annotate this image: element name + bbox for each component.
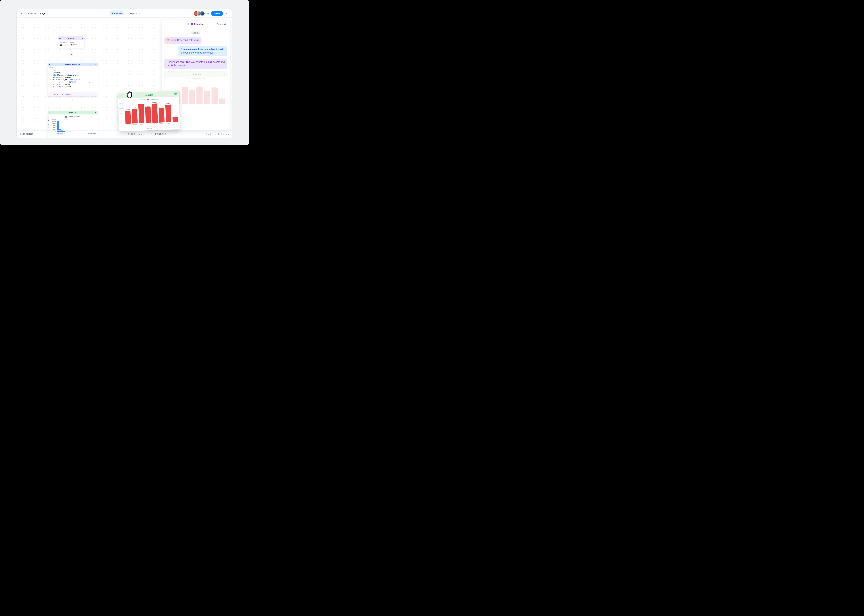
drag-handle-icon[interactable]: ⋮⋮ <box>120 95 124 96</box>
dots-horizontal-icon <box>145 133 147 135</box>
node-sql-title: custom_query_59 <box>50 63 95 66</box>
tab-reports-label: Reports <box>129 12 137 15</box>
node-chart-title: chart_38 <box>50 112 95 114</box>
bottom-bar: INSPECTOR 4.920 rows CONSOLE Last run Xh… <box>17 130 232 138</box>
node-chart-header: ▶ chart_38 ✕ <box>48 111 98 115</box>
svg-point-5 <box>227 13 227 14</box>
transform-title: transform <box>170 73 223 75</box>
svg-point-4 <box>226 13 227 14</box>
results-x-label: Auto_Title <box>119 127 180 130</box>
results-chart: Mode created_since 9,000,000 6,000,000 3… <box>118 96 180 131</box>
rows-label: ROWS <box>70 42 77 44</box>
rows-value: 467697 <box>70 44 77 46</box>
sql-editor[interactable]: 1SELECT 2 created_at, 3 COUNT(event_id) … <box>48 69 98 92</box>
svg-rect-8 <box>223 73 225 75</box>
node-events[interactable]: ▶ Events ✕ COLUMNS 10 ROWS 467697 <box>58 36 84 48</box>
ai-panel-header: AI Assistant New chat <box>162 20 230 28</box>
svg-rect-2 <box>127 14 127 14</box>
tab-canvas[interactable]: Canvas <box>110 11 124 16</box>
dots-horizontal-icon <box>226 12 229 15</box>
close-icon[interactable]: ✕ <box>82 38 83 39</box>
row-count: 4.920 rows <box>128 133 142 135</box>
drag-handle-icon[interactable]: ⋮⋮ <box>166 73 170 75</box>
play-icon[interactable]: ▶ <box>60 38 61 39</box>
tab-reports[interactable]: Reports <box>125 11 139 16</box>
node-sql-header: ▶ custom_query_59 ✕ <box>48 63 98 66</box>
date-badge: Dec 21 <box>191 31 200 35</box>
avatar-more-count: +4 <box>207 12 210 15</box>
share-button[interactable]: Share <box>211 11 223 16</box>
more-menu-button[interactable] <box>225 11 230 16</box>
avatar <box>200 11 205 16</box>
svg-rect-1 <box>128 13 128 13</box>
svg-point-6 <box>228 13 228 14</box>
add-node-button[interactable]: + <box>70 53 73 56</box>
last-run-time: Last run Xh Xm ago <box>207 133 229 135</box>
close-icon[interactable]: ✕ <box>95 112 96 114</box>
svg-point-10 <box>146 134 146 134</box>
node-events-header: ▶ Events ✕ <box>58 36 84 40</box>
node-custom-query[interactable]: ▶ custom_query_59 ✕ CODE 1SELECT 2 creat… <box>48 63 98 96</box>
ai-message: 👋 Hello! How can I help you? <box>164 37 202 44</box>
svg-point-9 <box>145 134 145 134</box>
breadcrumb-parent: Product <box>28 12 36 15</box>
sparkle-icon <box>187 23 189 25</box>
code-label: CODE <box>48 66 98 69</box>
table-icon[interactable] <box>174 93 177 95</box>
results-card[interactable]: ⋮⋮ results Mode created_since 9,000,000 … <box>118 91 180 131</box>
node-events-title: Events <box>61 38 82 39</box>
results-y-ticks: 9,000,000 6,000,000 3,000,000 0 <box>119 103 125 123</box>
add-node-button[interactable]: + <box>73 99 75 101</box>
collaborator-avatars[interactable] <box>195 11 205 16</box>
columns-label: COLUMNS <box>60 42 67 44</box>
arrow-left-icon <box>20 12 23 15</box>
results-bars: 5846913Evens6671933Edwono8963671Mariot71… <box>125 100 178 125</box>
legend-label: Number of Events <box>68 116 80 118</box>
breadcrumb[interactable]: Product / Usage <box>26 11 47 16</box>
svg-rect-3 <box>128 14 128 14</box>
chart-legend: Number of Events <box>49 116 96 118</box>
svg-rect-7 <box>175 93 177 95</box>
ai-panel-title: AI Assistant <box>187 23 204 25</box>
close-icon[interactable]: ✕ <box>95 63 96 66</box>
more-menu-button[interactable] <box>144 132 148 136</box>
play-icon <box>112 13 113 14</box>
grab-cursor-icon <box>125 90 135 100</box>
inspector-tab[interactable]: INSPECTOR 4.920 rows <box>17 132 151 136</box>
table-icon <box>223 73 225 75</box>
console-tab[interactable]: CONSOLE Last run Xh Xm ago <box>151 133 232 135</box>
svg-rect-0 <box>127 13 127 13</box>
new-chat-button[interactable]: New chat <box>215 22 228 27</box>
columns-value: 10 <box>60 44 67 46</box>
breadcrumb-sep: / <box>37 12 37 15</box>
console-label: CONSOLE <box>155 133 166 135</box>
inspector-label: INSPECTOR <box>20 133 34 135</box>
ai-command-input[interactable]: Type your AI commands here <box>48 92 98 96</box>
grid-icon <box>126 13 128 14</box>
user-message: Give me the evolution in the last 2 week… <box>178 46 227 56</box>
ai-message: Results are here! The total events is 2.… <box>164 59 227 69</box>
tab-canvas-label: Canvas <box>114 12 122 15</box>
y-axis-label: Number of Events <box>48 116 50 128</box>
top-bar: Product / Usage Canvas Reports <box>17 9 232 17</box>
legend-swatch <box>65 116 67 118</box>
magic-wand-icon <box>49 93 51 95</box>
ai-placeholder: Type your AI commands here <box>52 93 77 95</box>
back-button[interactable] <box>19 11 24 16</box>
view-switcher: Canvas Reports <box>109 11 140 16</box>
breadcrumb-current: Usage <box>39 12 45 15</box>
